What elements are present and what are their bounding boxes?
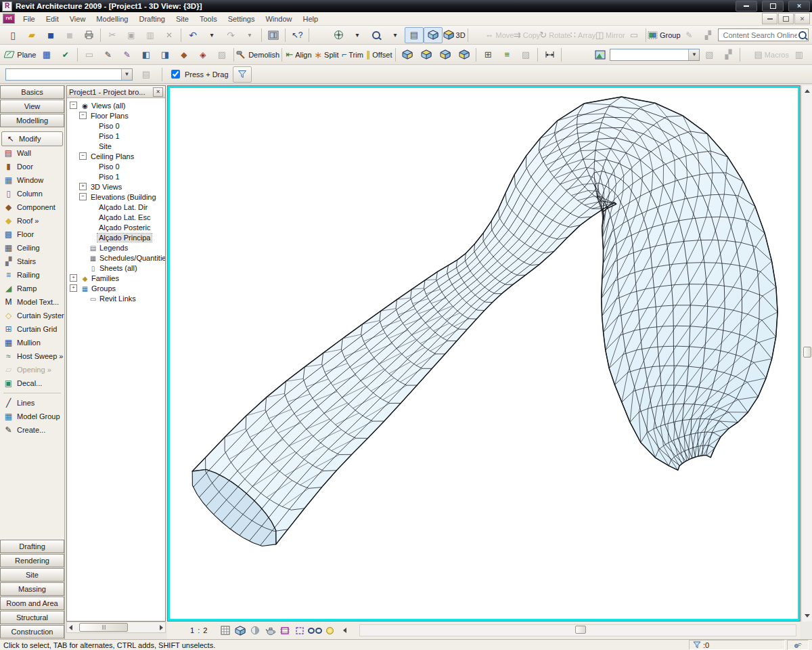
- render-button[interactable]: [263, 624, 277, 637]
- collapse-icon[interactable]: −: [79, 112, 87, 119]
- tree-node-al-ado-posteric[interactable]: Alçado Posteric: [67, 222, 165, 232]
- communication-center-button[interactable]: [787, 640, 809, 650]
- tree-node-floor-plans[interactable]: −Floor Plans: [67, 110, 165, 121]
- tree-node-elevations-building[interactable]: −Elevations (Building: [67, 192, 165, 202]
- tool-roof[interactable]: ◆Roof »: [0, 214, 64, 228]
- tool-create[interactable]: ✎Create...: [0, 423, 64, 437]
- tree-node-3d-views[interactable]: +3D Views: [67, 181, 165, 192]
- project-browser-close-icon[interactable]: ✕: [153, 87, 163, 97]
- 3d-view-canvas[interactable]: [170, 88, 798, 619]
- tool-curtain-syster[interactable]: ◇Curtain Syster: [0, 309, 64, 322]
- design-tab-drafting[interactable]: Drafting: [0, 540, 64, 553]
- offset-button[interactable]: ∥Offset: [365, 47, 393, 63]
- cut-panel-right-button[interactable]: ◨: [156, 47, 175, 63]
- model-graphics-style-button[interactable]: [233, 624, 247, 637]
- menu-view[interactable]: View: [64, 14, 91, 24]
- view-horizontal-scrollbar[interactable]: [359, 624, 796, 636]
- crop-visibility-button[interactable]: [293, 624, 307, 637]
- tree-node-legends[interactable]: ▤Legends: [67, 242, 165, 253]
- window-tile-button[interactable]: [264, 27, 283, 43]
- cut-geometry-button[interactable]: [436, 47, 455, 63]
- mdi-restore-button[interactable]: [778, 13, 794, 24]
- tree-node-piso-1[interactable]: Piso 1: [67, 131, 165, 141]
- steering-wheel-button[interactable]: [329, 27, 348, 43]
- tree-node-al-ado-lat-esc[interactable]: Alçado Lat. Esc: [67, 212, 165, 222]
- menu-help[interactable]: Help: [298, 14, 324, 24]
- temporary-hide-isolate-button[interactable]: [308, 624, 321, 637]
- expand-icon[interactable]: +: [70, 274, 77, 282]
- menu-drafting[interactable]: Drafting: [133, 14, 171, 24]
- tool-railing[interactable]: ≡Railing: [0, 268, 64, 282]
- paint-button[interactable]: ◆: [175, 47, 194, 63]
- match-type-button[interactable]: ✎: [99, 47, 118, 63]
- image-tool-button[interactable]: [591, 47, 610, 63]
- thin-lines-button[interactable]: ▤: [405, 27, 424, 43]
- save-button[interactable]: ◼: [41, 27, 60, 43]
- tree-node-groups[interactable]: +▦Groups: [67, 283, 165, 293]
- wall-joins-button[interactable]: ⊞: [478, 47, 497, 63]
- design-tab-basics[interactable]: Basics: [0, 85, 64, 99]
- tool-modify[interactable]: ↖Modify: [1, 131, 63, 146]
- tree-node-ceiling-plans[interactable]: −Ceiling Plans: [67, 151, 165, 161]
- scroll-down-icon[interactable]: [803, 611, 811, 621]
- spelling-button[interactable]: ✔: [56, 47, 75, 63]
- design-tab-rendering[interactable]: Rendering: [0, 554, 64, 567]
- menu-modelling[interactable]: Modelling: [91, 14, 133, 24]
- zoom-dropdown-button[interactable]: ▾: [386, 27, 405, 43]
- tree-node-site[interactable]: Site: [67, 141, 165, 151]
- design-tab-site[interactable]: Site: [0, 568, 64, 582]
- press-drag-checkbox[interactable]: Press + Drag: [168, 68, 229, 81]
- unjoin-geometry-button[interactable]: [417, 47, 436, 63]
- close-button[interactable]: ✕: [788, 1, 810, 12]
- cube-3d-button[interactable]: 3D: [443, 27, 466, 43]
- design-tab-modelling[interactable]: Modelling: [0, 114, 64, 127]
- menu-site[interactable]: Site: [171, 14, 194, 24]
- split-button[interactable]: ∗Split: [313, 47, 340, 63]
- tool-decal[interactable]: ▣Decal...: [0, 376, 64, 390]
- vertical-scrollbar[interactable]: [801, 85, 812, 622]
- project-browser-titlebar[interactable]: Project1 - Project bro... ✕: [67, 86, 165, 98]
- tool-component[interactable]: ◆Component: [0, 200, 64, 214]
- view-hscroll-thumb[interactable]: [575, 626, 586, 634]
- vscroll-thumb[interactable]: [803, 347, 811, 358]
- tree-node-sheets-all[interactable]: ▯Sheets (all): [67, 263, 165, 273]
- tool-floor[interactable]: ▩Floor: [0, 228, 64, 241]
- open-folder-button[interactable]: ▰: [22, 27, 41, 43]
- uncut-geometry-button[interactable]: [455, 47, 474, 63]
- demolish-button[interactable]: Demolish: [236, 47, 280, 63]
- tool-wall[interactable]: ▤Wall: [0, 146, 64, 160]
- tool-door[interactable]: ▮Door: [0, 160, 64, 173]
- tree-node-al-ado-principa[interactable]: Alçado Principa: [67, 232, 165, 242]
- tree-node-families[interactable]: +◆Families: [67, 273, 165, 283]
- tool-ramp[interactable]: ◢Ramp: [0, 282, 64, 295]
- help-select-button[interactable]: ↖?: [288, 27, 307, 43]
- tool-model-group[interactable]: ▦Model Group: [0, 410, 64, 423]
- view-dropdown-button[interactable]: ▾: [348, 27, 367, 43]
- zoom-button[interactable]: [367, 27, 386, 43]
- tree-node-views-all[interactable]: −◉Views (all): [67, 100, 165, 110]
- collapse-arrow-icon[interactable]: [338, 624, 351, 637]
- content-search-input[interactable]: [722, 30, 799, 40]
- selection-filter-status[interactable]: :0: [689, 640, 785, 650]
- minimize-button[interactable]: [736, 1, 757, 12]
- tool-window[interactable]: ▦Window: [0, 173, 64, 187]
- undo-button[interactable]: ↶: [183, 27, 202, 43]
- collapse-icon[interactable]: −: [70, 102, 77, 109]
- crop-region-button[interactable]: [278, 624, 292, 637]
- grid-button[interactable]: ▦: [37, 47, 56, 63]
- toolbar-type-combo[interactable]: ▼: [610, 49, 700, 61]
- tree-node-revit-links[interactable]: ▭Revit Links: [67, 293, 165, 303]
- tree-node-al-ado-lat-dir[interactable]: Alçado Lat. Dir: [67, 202, 165, 212]
- group-button[interactable]: Group: [648, 27, 679, 43]
- dimension-button[interactable]: [540, 47, 559, 63]
- selection-filter-button[interactable]: [233, 66, 252, 83]
- tool-host-sweep[interactable]: ≈Host Sweep »: [0, 349, 64, 363]
- browser-hscroll-thumb[interactable]: [79, 623, 128, 632]
- mdi-close-button[interactable]: ✕: [794, 13, 810, 24]
- tool-stairs[interactable]: ▞Stairs: [0, 255, 64, 268]
- design-tab-view[interactable]: View: [0, 100, 64, 113]
- tool-model-text[interactable]: MModel Text...: [0, 295, 64, 309]
- beam-joins-button[interactable]: ≡: [497, 47, 516, 63]
- collapse-icon[interactable]: −: [79, 152, 87, 160]
- tool-lines[interactable]: ╱Lines: [0, 396, 64, 410]
